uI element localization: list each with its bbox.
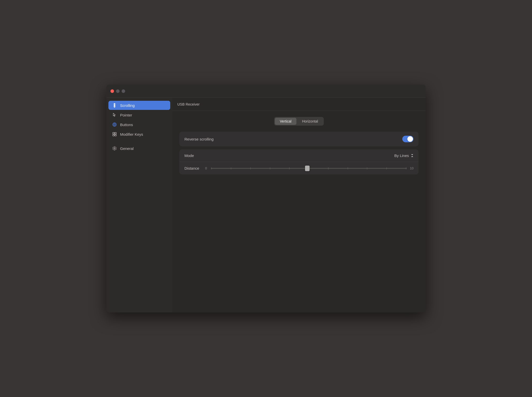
- slider-track: [211, 168, 407, 169]
- sidebar-item-buttons-label: Buttons: [120, 123, 133, 127]
- slider-tick: [386, 167, 387, 169]
- sidebar-item-modifier-keys[interactable]: Modifier Keys: [108, 130, 170, 139]
- gear-icon: [112, 146, 117, 151]
- slider-tick: [289, 167, 290, 169]
- reverse-scrolling-card: Reverse scrolling: [179, 132, 419, 146]
- slider-tick: [211, 167, 212, 169]
- slider-tick: [328, 167, 329, 169]
- app-window: Scrolling Pointer Butt: [106, 85, 426, 312]
- titlebar: [106, 85, 426, 98]
- right-panel: USB Receiver Vertical Horizontal Reverse…: [172, 98, 426, 312]
- sidebar-item-modifier-keys-label: Modifier Keys: [120, 132, 143, 136]
- panel-title: USB Receiver: [177, 102, 200, 106]
- svg-rect-6: [113, 134, 114, 136]
- minimize-button[interactable]: [116, 89, 120, 93]
- traffic-lights: [110, 89, 125, 93]
- sidebar-divider: [108, 139, 170, 143]
- distance-row: Distance 0: [179, 162, 419, 174]
- reverse-scrolling-label: Reverse scrolling: [184, 137, 214, 141]
- mode-distance-card: Mode By Lines Distance 0: [179, 149, 419, 174]
- reverse-scrolling-toggle[interactable]: [402, 136, 413, 142]
- sidebar: Scrolling Pointer Butt: [106, 98, 172, 312]
- tab-vertical[interactable]: Vertical: [275, 118, 297, 125]
- mode-value: By Lines: [394, 153, 409, 158]
- svg-rect-7: [115, 134, 116, 136]
- svg-rect-5: [115, 132, 116, 134]
- sidebar-item-general-label: General: [120, 146, 134, 151]
- sidebar-item-scrolling[interactable]: Scrolling: [108, 101, 170, 110]
- slider-min-label: 0: [204, 166, 208, 170]
- slider-tick: [270, 167, 270, 169]
- svg-point-3: [114, 124, 115, 125]
- tab-switcher: Vertical Horizontal: [179, 117, 419, 126]
- svg-rect-4: [113, 132, 114, 134]
- slider-tick: [367, 167, 367, 169]
- maximize-button[interactable]: [122, 89, 125, 93]
- pointer-icon: [112, 112, 117, 117]
- slider-thumb[interactable]: [305, 166, 310, 171]
- tab-group: Vertical Horizontal: [274, 117, 324, 126]
- mode-row: Mode By Lines: [179, 149, 419, 162]
- sidebar-item-buttons[interactable]: Buttons: [108, 120, 170, 129]
- sidebar-item-general[interactable]: General: [108, 144, 170, 153]
- slider-container: 0: [204, 166, 413, 170]
- scroll-icon: [112, 103, 117, 108]
- slider-max-label: 10: [410, 166, 413, 170]
- modifier-keys-icon: [112, 132, 117, 137]
- slider-tick: [250, 167, 251, 169]
- sidebar-item-pointer[interactable]: Pointer: [108, 110, 170, 120]
- panel-header: USB Receiver: [172, 98, 426, 111]
- toggle-thumb: [407, 136, 413, 142]
- main-content: Scrolling Pointer Butt: [106, 98, 426, 312]
- slider-tick: [231, 167, 231, 169]
- reverse-scrolling-row: Reverse scrolling: [179, 132, 419, 146]
- mode-label: Mode: [184, 153, 194, 158]
- close-button[interactable]: [110, 89, 114, 93]
- mode-select[interactable]: By Lines: [394, 153, 413, 158]
- sidebar-item-scrolling-label: Scrolling: [120, 103, 135, 108]
- distance-label: Distance: [184, 166, 199, 170]
- tab-horizontal[interactable]: Horizontal: [297, 118, 323, 125]
- slider-tick: [406, 167, 406, 169]
- buttons-icon: [112, 122, 117, 127]
- slider-tick: [348, 167, 348, 169]
- chevron-updown-icon: [411, 154, 413, 157]
- sidebar-item-pointer-label: Pointer: [120, 113, 132, 117]
- panel-body: Vertical Horizontal Reverse scrolling: [172, 111, 426, 312]
